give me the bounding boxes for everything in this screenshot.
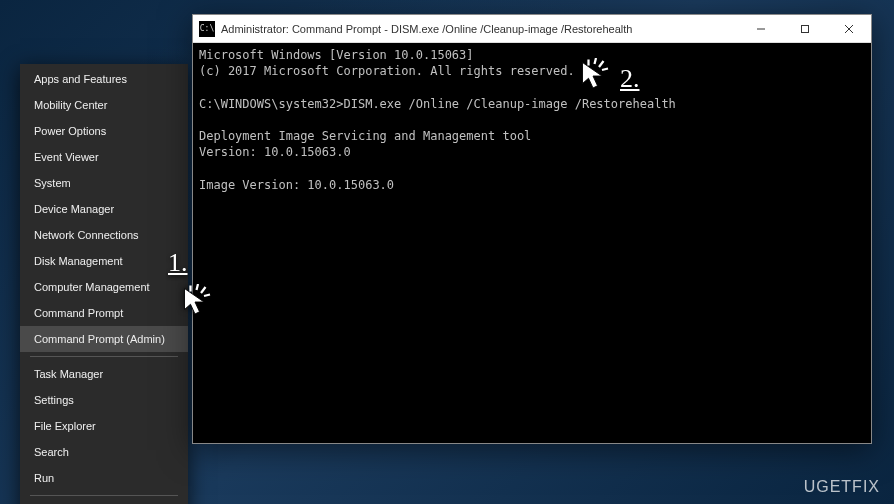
menu-separator	[30, 356, 178, 357]
minimize-button[interactable]	[739, 15, 783, 43]
cursor-icon	[578, 58, 614, 94]
winx-item-search[interactable]: Search	[20, 439, 188, 465]
winx-item-shut-down-or-sign-out[interactable]: Shut down or sign out>	[20, 500, 188, 504]
winx-item-apps-and-features[interactable]: Apps and Features	[20, 66, 188, 92]
winx-item-mobility-center[interactable]: Mobility Center	[20, 92, 188, 118]
cmd-output[interactable]: Microsoft Windows [Version 10.0.15063] (…	[193, 43, 871, 443]
winx-item-disk-management[interactable]: Disk Management	[20, 248, 188, 274]
close-button[interactable]	[827, 15, 871, 43]
maximize-button[interactable]	[783, 15, 827, 43]
winx-item-file-explorer[interactable]: File Explorer	[20, 413, 188, 439]
window-controls	[739, 15, 871, 43]
winx-item-power-options[interactable]: Power Options	[20, 118, 188, 144]
cmd-title: Administrator: Command Prompt - DISM.exe…	[221, 23, 739, 35]
winx-item-command-prompt-admin[interactable]: Command Prompt (Admin)	[20, 326, 188, 352]
annotation-2: 2.	[620, 64, 640, 94]
annotation-1: 1.	[168, 248, 188, 278]
svg-rect-1	[802, 25, 809, 32]
cmd-icon: C:\	[199, 21, 215, 37]
winx-item-network-connections[interactable]: Network Connections	[20, 222, 188, 248]
winx-item-device-manager[interactable]: Device Manager	[20, 196, 188, 222]
winx-item-settings[interactable]: Settings	[20, 387, 188, 413]
command-prompt-window: C:\ Administrator: Command Prompt - DISM…	[192, 14, 872, 444]
winx-item-computer-management[interactable]: Computer Management	[20, 274, 188, 300]
winx-menu: Apps and FeaturesMobility CenterPower Op…	[20, 64, 188, 504]
cmd-titlebar[interactable]: C:\ Administrator: Command Prompt - DISM…	[193, 15, 871, 43]
menu-separator	[30, 495, 178, 496]
winx-item-task-manager[interactable]: Task Manager	[20, 361, 188, 387]
cursor-icon	[180, 284, 216, 320]
winx-item-event-viewer[interactable]: Event Viewer	[20, 144, 188, 170]
winx-item-system[interactable]: System	[20, 170, 188, 196]
watermark: UGETFIX	[804, 478, 880, 496]
winx-item-command-prompt[interactable]: Command Prompt	[20, 300, 188, 326]
winx-item-run[interactable]: Run	[20, 465, 188, 491]
